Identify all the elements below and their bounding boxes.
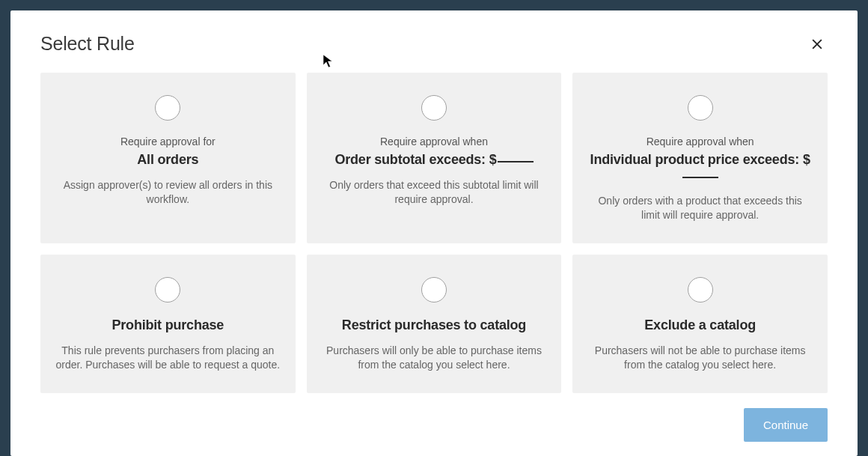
radio-restrict-catalog[interactable]: [421, 277, 447, 303]
rule-prelabel: Require approval when: [647, 136, 754, 148]
rule-title: Restrict purchases to catalog: [342, 317, 526, 333]
fill-blank-line: [682, 177, 718, 178]
rule-card-subtotal-exceeds[interactable]: Require approval when Order subtotal exc…: [307, 73, 562, 243]
modal-footer: Continue: [40, 408, 828, 442]
rule-card-exclude-catalog[interactable]: Exclude a catalog Purchasers will not be…: [572, 255, 828, 393]
rule-title: Exclude a catalog: [644, 317, 756, 333]
rule-title: All orders: [137, 152, 198, 168]
modal-header: Select Rule: [40, 33, 828, 55]
fill-blank-line: [498, 161, 534, 162]
rule-description: Purchasers will only be able to purchase…: [322, 344, 546, 372]
rule-prelabel: Require approval when: [380, 136, 488, 148]
rule-description: Purchasers will not be able to purchase …: [588, 344, 813, 372]
radio-prohibit-purchase[interactable]: [155, 277, 180, 303]
radio-exclude-catalog[interactable]: [688, 277, 713, 303]
select-rule-modal: Select Rule Require approval for All ord…: [10, 10, 858, 456]
radio-subtotal-exceeds[interactable]: [421, 95, 447, 121]
rule-title: Order subtotal exceeds: $: [334, 152, 533, 168]
rule-card-product-price-exceeds[interactable]: Require approval when Individual product…: [572, 73, 828, 243]
rule-title: Individual product price exceeds: $: [587, 152, 813, 183]
rule-title: Prohibit purchase: [112, 317, 224, 333]
close-icon: [810, 37, 825, 52]
close-button[interactable]: [807, 34, 828, 55]
rule-description: Assign approver(s) to review all orders …: [55, 178, 280, 207]
rule-description: This rule prevents purchasers from placi…: [55, 344, 280, 372]
rule-card-restrict-catalog[interactable]: Restrict purchases to catalog Purchasers…: [307, 255, 562, 393]
rule-prelabel: Require approval for: [120, 136, 216, 148]
rule-card-all-orders[interactable]: Require approval for All orders Assign a…: [40, 73, 296, 243]
rule-description: Only orders that exceed this subtotal li…: [322, 178, 546, 207]
rules-grid: Require approval for All orders Assign a…: [40, 73, 828, 393]
rule-description: Only orders with a product that exceeds …: [588, 194, 813, 222]
radio-product-price-exceeds[interactable]: [688, 95, 713, 121]
radio-all-orders[interactable]: [155, 95, 180, 121]
modal-title: Select Rule: [40, 33, 135, 55]
rule-card-prohibit-purchase[interactable]: Prohibit purchase This rule prevents pur…: [40, 255, 296, 393]
continue-button[interactable]: Continue: [744, 408, 828, 442]
